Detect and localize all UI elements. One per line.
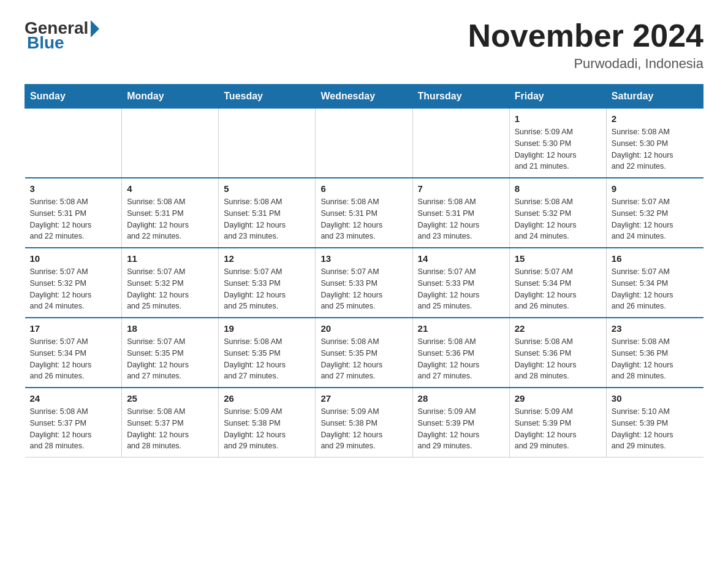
day-number: 25 (127, 393, 213, 404)
day-number: 28 (418, 393, 504, 404)
day-info: Sunrise: 5:07 AMSunset: 5:33 PMDaylight:… (418, 266, 504, 312)
day-number: 9 (612, 183, 699, 194)
day-info: Sunrise: 5:08 AMSunset: 5:30 PMDaylight:… (612, 126, 699, 172)
day-number: 21 (418, 323, 504, 334)
day-info: Sunrise: 5:07 AMSunset: 5:32 PMDaylight:… (127, 266, 213, 312)
day-info: Sunrise: 5:08 AMSunset: 5:36 PMDaylight:… (418, 336, 504, 382)
calendar-cell: 7Sunrise: 5:08 AMSunset: 5:31 PMDaylight… (412, 178, 509, 248)
calendar-cell: 23Sunrise: 5:08 AMSunset: 5:36 PMDayligh… (606, 318, 703, 388)
day-info: Sunrise: 5:08 AMSunset: 5:31 PMDaylight:… (418, 196, 504, 242)
calendar-cell: 5Sunrise: 5:08 AMSunset: 5:31 PMDaylight… (219, 178, 316, 248)
day-info: Sunrise: 5:08 AMSunset: 5:36 PMDaylight:… (612, 336, 699, 382)
calendar-cell: 9Sunrise: 5:07 AMSunset: 5:32 PMDaylight… (606, 178, 703, 248)
day-number: 4 (127, 183, 213, 194)
calendar-row: 10Sunrise: 5:07 AMSunset: 5:32 PMDayligh… (25, 248, 703, 318)
day-info: Sunrise: 5:07 AMSunset: 5:34 PMDaylight:… (612, 266, 699, 312)
calendar-cell: 29Sunrise: 5:09 AMSunset: 5:39 PMDayligh… (509, 388, 606, 458)
weekday-header-sunday: Sunday (25, 85, 122, 109)
day-info: Sunrise: 5:07 AMSunset: 5:34 PMDaylight:… (515, 266, 601, 312)
day-info: Sunrise: 5:07 AMSunset: 5:35 PMDaylight:… (127, 336, 213, 382)
day-number: 12 (224, 253, 310, 264)
day-number: 17 (30, 323, 117, 334)
day-info: Sunrise: 5:08 AMSunset: 5:36 PMDaylight:… (515, 336, 601, 382)
day-info: Sunrise: 5:07 AMSunset: 5:34 PMDaylight:… (30, 336, 117, 382)
day-number: 27 (320, 393, 407, 404)
calendar-cell: 22Sunrise: 5:08 AMSunset: 5:36 PMDayligh… (509, 318, 606, 388)
day-info: Sunrise: 5:08 AMSunset: 5:31 PMDaylight:… (127, 196, 213, 242)
calendar-cell: 3Sunrise: 5:08 AMSunset: 5:31 PMDaylight… (25, 178, 122, 248)
weekday-header-wednesday: Wednesday (316, 85, 412, 109)
calendar-cell: 11Sunrise: 5:07 AMSunset: 5:32 PMDayligh… (122, 248, 219, 318)
weekday-header-friday: Friday (509, 85, 606, 109)
day-number: 10 (30, 253, 117, 264)
calendar-cell (219, 109, 316, 178)
day-info: Sunrise: 5:09 AMSunset: 5:39 PMDaylight:… (515, 406, 601, 452)
day-number: 29 (515, 393, 601, 404)
weekday-header-row: SundayMondayTuesdayWednesdayThursdayFrid… (25, 85, 703, 109)
calendar-cell: 2Sunrise: 5:08 AMSunset: 5:30 PMDaylight… (606, 109, 703, 178)
calendar-cell (122, 109, 219, 178)
day-number: 8 (515, 183, 601, 194)
calendar-cell: 30Sunrise: 5:10 AMSunset: 5:39 PMDayligh… (606, 388, 703, 458)
title-block: November 2024 Purwodadi, Indonesia (468, 18, 703, 72)
day-info: Sunrise: 5:08 AMSunset: 5:35 PMDaylight:… (320, 336, 407, 382)
logo-arrow-icon (91, 20, 99, 37)
calendar-row: 3Sunrise: 5:08 AMSunset: 5:31 PMDaylight… (25, 178, 703, 248)
calendar-cell (316, 109, 412, 178)
day-info: Sunrise: 5:09 AMSunset: 5:30 PMDaylight:… (515, 126, 601, 172)
weekday-header-monday: Monday (122, 85, 219, 109)
calendar-cell: 12Sunrise: 5:07 AMSunset: 5:33 PMDayligh… (219, 248, 316, 318)
day-number: 11 (127, 253, 213, 264)
day-info: Sunrise: 5:08 AMSunset: 5:31 PMDaylight:… (320, 196, 407, 242)
page-header: General Blue November 2024 Purwodadi, In… (25, 18, 703, 72)
location-subtitle: Purwodadi, Indonesia (468, 56, 703, 72)
day-info: Sunrise: 5:10 AMSunset: 5:39 PMDaylight:… (612, 406, 699, 452)
calendar-cell: 17Sunrise: 5:07 AMSunset: 5:34 PMDayligh… (25, 318, 122, 388)
day-number: 5 (224, 183, 310, 194)
day-info: Sunrise: 5:09 AMSunset: 5:38 PMDaylight:… (224, 406, 310, 452)
day-info: Sunrise: 5:07 AMSunset: 5:32 PMDaylight:… (612, 196, 699, 242)
weekday-header-thursday: Thursday (412, 85, 509, 109)
day-info: Sunrise: 5:08 AMSunset: 5:31 PMDaylight:… (224, 196, 310, 242)
day-number: 19 (224, 323, 310, 334)
weekday-header-tuesday: Tuesday (219, 85, 316, 109)
calendar-cell: 18Sunrise: 5:07 AMSunset: 5:35 PMDayligh… (122, 318, 219, 388)
day-number: 18 (127, 323, 213, 334)
logo-blue-text: Blue (27, 33, 64, 53)
calendar-cell: 8Sunrise: 5:08 AMSunset: 5:32 PMDaylight… (509, 178, 606, 248)
calendar-cell (25, 109, 122, 178)
calendar-cell: 6Sunrise: 5:08 AMSunset: 5:31 PMDaylight… (316, 178, 412, 248)
calendar-row: 1Sunrise: 5:09 AMSunset: 5:30 PMDaylight… (25, 109, 703, 178)
day-info: Sunrise: 5:08 AMSunset: 5:37 PMDaylight:… (30, 406, 117, 452)
day-number: 14 (418, 253, 504, 264)
calendar-cell: 28Sunrise: 5:09 AMSunset: 5:39 PMDayligh… (412, 388, 509, 458)
calendar-cell: 16Sunrise: 5:07 AMSunset: 5:34 PMDayligh… (606, 248, 703, 318)
day-number: 30 (612, 393, 699, 404)
day-info: Sunrise: 5:08 AMSunset: 5:31 PMDaylight:… (30, 196, 117, 242)
calendar-row: 17Sunrise: 5:07 AMSunset: 5:34 PMDayligh… (25, 318, 703, 388)
day-info: Sunrise: 5:08 AMSunset: 5:32 PMDaylight:… (515, 196, 601, 242)
weekday-header-saturday: Saturday (606, 85, 703, 109)
calendar-cell: 27Sunrise: 5:09 AMSunset: 5:38 PMDayligh… (316, 388, 412, 458)
calendar-cell: 21Sunrise: 5:08 AMSunset: 5:36 PMDayligh… (412, 318, 509, 388)
calendar-cell: 15Sunrise: 5:07 AMSunset: 5:34 PMDayligh… (509, 248, 606, 318)
day-number: 16 (612, 253, 699, 264)
day-info: Sunrise: 5:07 AMSunset: 5:33 PMDaylight:… (224, 266, 310, 312)
day-number: 6 (320, 183, 407, 194)
calendar-cell: 19Sunrise: 5:08 AMSunset: 5:35 PMDayligh… (219, 318, 316, 388)
day-number: 13 (320, 253, 407, 264)
day-number: 15 (515, 253, 601, 264)
calendar-cell: 26Sunrise: 5:09 AMSunset: 5:38 PMDayligh… (219, 388, 316, 458)
day-info: Sunrise: 5:07 AMSunset: 5:33 PMDaylight:… (320, 266, 407, 312)
day-number: 22 (515, 323, 601, 334)
day-number: 20 (320, 323, 407, 334)
calendar-cell (412, 109, 509, 178)
day-info: Sunrise: 5:07 AMSunset: 5:32 PMDaylight:… (30, 266, 117, 312)
month-title: November 2024 (468, 18, 703, 53)
day-number: 24 (30, 393, 117, 404)
day-number: 23 (612, 323, 699, 334)
day-number: 2 (612, 113, 699, 124)
calendar-row: 24Sunrise: 5:08 AMSunset: 5:37 PMDayligh… (25, 388, 703, 458)
calendar-table: SundayMondayTuesdayWednesdayThursdayFrid… (25, 84, 703, 458)
calendar-cell: 4Sunrise: 5:08 AMSunset: 5:31 PMDaylight… (122, 178, 219, 248)
